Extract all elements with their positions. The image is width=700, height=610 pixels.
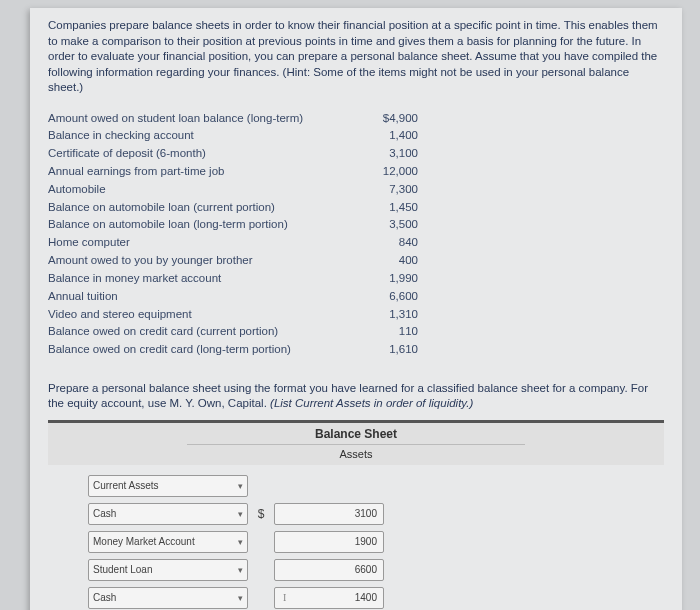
data-label: Amount owed to you by younger brother: [48, 252, 358, 270]
sheet-section: Assets: [187, 445, 526, 465]
select-text: Money Market Account: [93, 535, 195, 549]
text-cursor-icon: I: [283, 591, 285, 605]
data-value: 1,990: [358, 270, 418, 288]
data-label: Automobile: [48, 181, 358, 199]
select-text: Current Assets: [93, 479, 159, 493]
data-value: 1,450: [358, 199, 418, 217]
amount-text: 1900: [355, 535, 377, 549]
sheet-title: Balance Sheet: [187, 423, 526, 445]
answer-row: Cash▾$3100: [48, 503, 664, 525]
data-value: 1,400: [358, 127, 418, 145]
data-value: 3,100: [358, 145, 418, 163]
data-label: Balance on automobile loan (current port…: [48, 199, 358, 217]
data-label: Balance in money market account: [48, 270, 358, 288]
intro-paragraph: Companies prepare balance sheets in orde…: [48, 18, 664, 96]
amount-text: 3100: [355, 507, 377, 521]
worksheet-page: Companies prepare balance sheets in orde…: [30, 8, 682, 610]
data-value: 12,000: [358, 163, 418, 181]
data-label: Balance owed on credit card (long-term p…: [48, 341, 358, 359]
answer-grid: Current Assets▾Cash▾$3100Money Market Ac…: [48, 465, 664, 610]
instruction-text: Prepare a personal balance sheet using t…: [48, 381, 664, 412]
answer-row: Student Loan▾6600: [48, 559, 664, 581]
select-text: Cash: [93, 507, 116, 521]
data-row: Balance owed on credit card (current por…: [48, 323, 664, 341]
instruction-italic: (List Current Assets in order of liquidi…: [270, 397, 473, 409]
data-row: Video and stereo equipment1,310: [48, 306, 664, 324]
given-data-table: Amount owed on student loan balance (lon…: [48, 110, 664, 359]
data-row: Balance on automobile loan (long-term po…: [48, 216, 664, 234]
balance-sheet-header: Balance Sheet Assets: [48, 420, 664, 465]
data-value: 7,300: [358, 181, 418, 199]
data-label: Balance in checking account: [48, 127, 358, 145]
data-value: 6,600: [358, 288, 418, 306]
data-row: Amount owed to you by younger brother400: [48, 252, 664, 270]
data-row: Annual tuition6,600: [48, 288, 664, 306]
data-row: Balance in money market account1,990: [48, 270, 664, 288]
data-label: Certificate of deposit (6-month): [48, 145, 358, 163]
account-select[interactable]: Current Assets▾: [88, 475, 248, 497]
data-value: 840: [358, 234, 418, 252]
data-label: Balance owed on credit card (current por…: [48, 323, 358, 341]
data-label: Annual tuition: [48, 288, 358, 306]
data-value: 1,310: [358, 306, 418, 324]
currency-symbol: $: [248, 506, 274, 522]
data-value: 3,500: [358, 216, 418, 234]
account-select[interactable]: Cash▾: [88, 587, 248, 609]
data-row: Balance in checking account1,400: [48, 127, 664, 145]
data-label: Video and stereo equipment: [48, 306, 358, 324]
account-select[interactable]: Cash▾: [88, 503, 248, 525]
chevron-down-icon: ▾: [238, 480, 243, 492]
data-row: Amount owed on student loan balance (lon…: [48, 110, 664, 128]
chevron-down-icon: ▾: [238, 564, 243, 576]
data-value: 110: [358, 323, 418, 341]
select-text: Cash: [93, 591, 116, 605]
answer-row: Money Market Account▾1900: [48, 531, 664, 553]
chevron-down-icon: ▾: [238, 508, 243, 520]
data-row: Annual earnings from part-time job12,000: [48, 163, 664, 181]
answer-row: Current Assets▾: [48, 475, 664, 497]
select-text: Student Loan: [93, 563, 153, 577]
chevron-down-icon: ▾: [238, 536, 243, 548]
amount-input[interactable]: 6600: [274, 559, 384, 581]
amount-input[interactable]: I1400: [274, 587, 384, 609]
data-value: $4,900: [358, 110, 418, 128]
amount-input[interactable]: 1900: [274, 531, 384, 553]
data-label: Annual earnings from part-time job: [48, 163, 358, 181]
amount-input[interactable]: 3100: [274, 503, 384, 525]
account-select[interactable]: Student Loan▾: [88, 559, 248, 581]
data-value: 400: [358, 252, 418, 270]
data-row: Home computer840: [48, 234, 664, 252]
amount-text: 6600: [355, 563, 377, 577]
chevron-down-icon: ▾: [238, 592, 243, 604]
amount-text: 1400: [355, 591, 377, 605]
data-label: Amount owed on student loan balance (lon…: [48, 110, 358, 128]
data-row: Certificate of deposit (6-month)3,100: [48, 145, 664, 163]
data-row: Balance owed on credit card (long-term p…: [48, 341, 664, 359]
data-value: 1,610: [358, 341, 418, 359]
account-select[interactable]: Money Market Account▾: [88, 531, 248, 553]
data-row: Balance on automobile loan (current port…: [48, 199, 664, 217]
data-label: Balance on automobile loan (long-term po…: [48, 216, 358, 234]
data-label: Home computer: [48, 234, 358, 252]
answer-row: Cash▾I1400: [48, 587, 664, 609]
data-row: Automobile7,300: [48, 181, 664, 199]
